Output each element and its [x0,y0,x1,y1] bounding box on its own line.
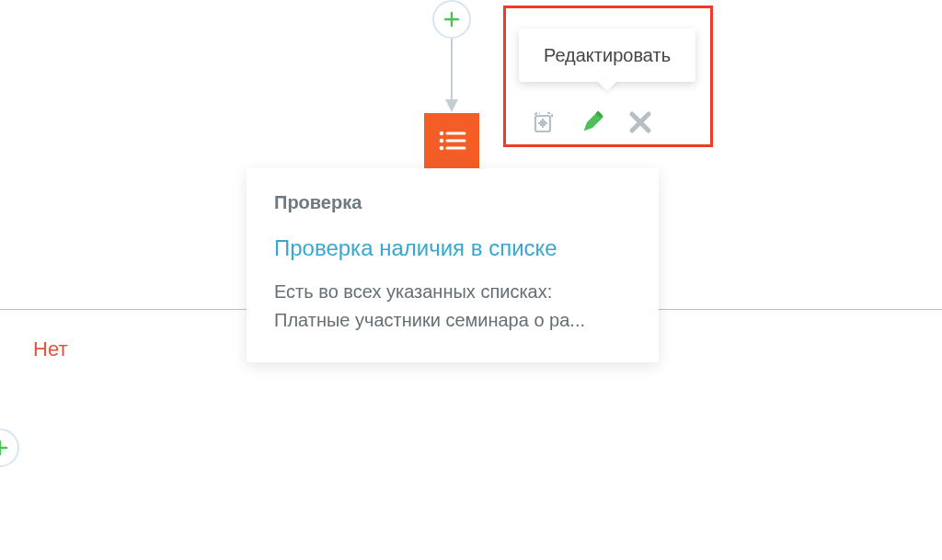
node-check-tile[interactable] [424,113,479,168]
tooltip-arrow [596,80,618,91]
branch-line-right [659,309,942,310]
card-desc-line: Есть во всех указанных списках: [274,278,631,306]
list-icon [435,124,468,157]
card-title[interactable]: Проверка наличия в списке [274,235,631,261]
card-type-label: Проверка [274,192,631,213]
plus-icon [442,10,461,29]
delete-node-button[interactable] [626,108,655,137]
add-node-button-left[interactable] [0,429,19,467]
branch-label-no: Нет [33,337,67,361]
node-card[interactable]: Проверка Проверка наличия в списке Есть … [247,168,659,362]
node-action-row [530,108,655,137]
svg-point-1 [440,131,444,136]
tooltip-label: Редактировать [544,45,671,66]
edit-tooltip: Редактировать [519,29,695,82]
svg-rect-10 [538,122,547,124]
add-node-button[interactable] [432,0,471,39]
copy-node-button[interactable] [530,108,559,137]
plus-icon [0,439,9,457]
card-desc-line: Платные участники семинара о ра... [274,306,631,335]
close-icon [628,110,652,134]
card-description: Есть во всех указанных списках: Платные … [274,278,631,335]
branch-line-left [0,309,247,310]
copy-icon [532,109,557,135]
edit-node-button[interactable] [578,108,607,137]
connector-arrow [451,39,453,110]
svg-point-2 [440,139,444,143]
svg-point-3 [440,146,444,151]
pencil-icon [580,109,605,135]
